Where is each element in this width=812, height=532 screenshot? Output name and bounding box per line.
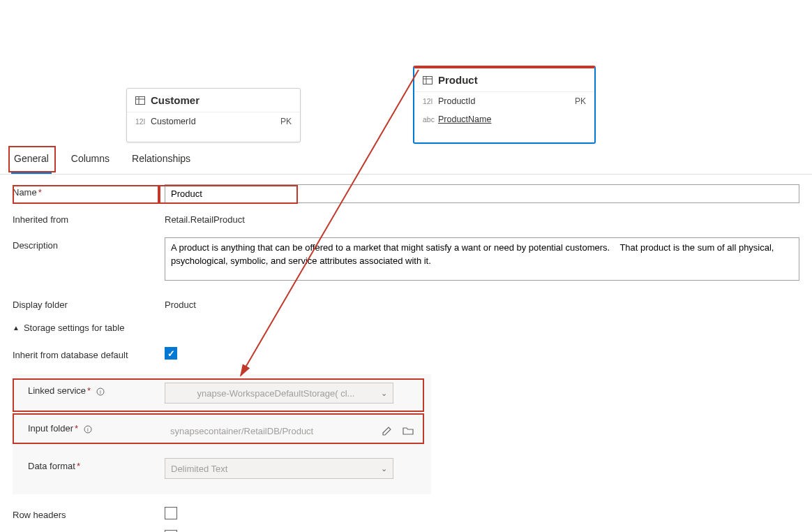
entity-product-header: Product	[414, 68, 594, 92]
diagram-canvas[interactable]: Customer 12l CustomerId PK Product 12l P…	[0, 0, 812, 144]
storage-panel: Linked service* i ynapse-WorkspaceDefaul…	[13, 374, 431, 494]
displayfolder-value: Product	[165, 297, 799, 310]
product-col-productname[interactable]: abc ProductName	[414, 110, 594, 128]
row-inherited: Inherited from Retail.RetailProduct	[13, 207, 799, 229]
row-description: Description	[13, 233, 799, 287]
entity-customer-header: Customer	[127, 89, 300, 112]
input-folder-value: synapsecontainer/RetailDB/Product	[170, 426, 313, 436]
product-col-productid[interactable]: 12l ProductId PK	[414, 92, 594, 110]
name-label: Name*	[13, 184, 159, 198]
inherited-label: Inherited from	[13, 212, 159, 225]
chevron-down-icon: ⌄	[381, 464, 387, 473]
tab-general-label: General	[14, 153, 49, 164]
linked-service-value: ynapse-WorkspaceDefaultStorage( cl...	[171, 388, 381, 399]
coltype-label: abc	[423, 115, 438, 124]
pk-badge: PK	[280, 117, 292, 126]
entity-product[interactable]: Product 12l ProductId PK abc ProductName	[413, 66, 596, 144]
svg-rect-0	[136, 96, 145, 104]
table-icon	[423, 75, 433, 85]
row-inherit-default: Inherit from database default	[13, 343, 799, 364]
tab-relationships-label: Relationships	[132, 153, 190, 164]
tab-columns[interactable]: Columns	[68, 146, 112, 174]
linked-service-label: Linked service* i	[13, 383, 159, 396]
rowheaders-label: Row headers	[13, 507, 159, 520]
coltype-label: 12l	[423, 97, 438, 105]
customer-col-customerid[interactable]: 12l CustomerId PK	[127, 112, 300, 131]
inherited-value: Retail.RetailProduct	[165, 212, 799, 225]
row-data-format: Data format* Delimited Text ⌄	[13, 450, 431, 487]
required-icon: *	[87, 385, 91, 396]
data-format-value: Delimited Text	[171, 464, 227, 474]
folder-icon[interactable]	[400, 423, 416, 438]
svg-text:i: i	[87, 427, 89, 433]
required-icon: *	[77, 461, 80, 471]
input-folder-label-text: Input folder	[28, 423, 73, 434]
entity-customer[interactable]: Customer 12l CustomerId PK	[126, 88, 301, 142]
required-icon: *	[38, 187, 42, 198]
chevron-down-icon: ⌄	[381, 389, 387, 398]
entity-product-title: Product	[438, 74, 478, 86]
general-form: Name* Inherited from Retail.RetailProduc…	[13, 180, 799, 532]
tabs-bar: General Columns Relationships	[0, 146, 812, 175]
inherit-default-checkbox[interactable]	[165, 347, 177, 360]
data-format-label: Data format*	[13, 458, 159, 471]
row-multiline: Enable multiline in data	[13, 526, 799, 532]
info-icon[interactable]: i	[84, 425, 92, 434]
info-icon[interactable]: i	[96, 387, 105, 396]
linked-service-dropdown[interactable]: ynapse-WorkspaceDefaultStorage( cl... ⌄	[165, 383, 393, 404]
data-format-label-text: Data format	[28, 461, 75, 471]
data-format-dropdown[interactable]: Delimited Text ⌄	[165, 458, 393, 479]
storage-settings-toggle[interactable]: ▲ Storage settings for table	[13, 314, 799, 339]
pk-badge: PK	[575, 96, 586, 106]
entity-customer-title: Customer	[151, 94, 200, 106]
tab-general[interactable]: General	[11, 146, 52, 174]
row-name: Name*	[13, 180, 799, 207]
row-rowheaders: Row headers	[13, 503, 799, 526]
row-input-folder: Input folder* i synapsecontainer/RetailD…	[13, 412, 431, 450]
storage-settings-label: Storage settings for table	[24, 323, 125, 333]
colname-label: ProductName	[438, 114, 586, 124]
description-label: Description	[13, 237, 159, 251]
chevron-down-icon: ▲	[13, 324, 20, 332]
row-linked-service: Linked service* i ynapse-WorkspaceDefaul…	[13, 374, 431, 412]
colname-label: ProductId	[438, 96, 575, 106]
coltype-label: 12l	[135, 117, 151, 126]
description-textarea[interactable]	[165, 237, 799, 281]
svg-rect-3	[423, 76, 433, 84]
rowheaders-checkbox[interactable]	[165, 507, 177, 519]
tab-relationships[interactable]: Relationships	[129, 146, 193, 174]
name-label-text: Name	[13, 187, 37, 198]
linked-service-label-text: Linked service	[28, 385, 86, 396]
input-folder-field[interactable]: synapsecontainer/RetailDB/Product	[165, 420, 374, 441]
tab-columns-label: Columns	[71, 153, 110, 164]
inherit-default-label: Inherit from database default	[13, 347, 159, 360]
edit-icon[interactable]	[379, 423, 395, 438]
displayfolder-label: Display folder	[13, 297, 159, 310]
required-icon: *	[75, 423, 78, 434]
row-displayfolder: Display folder Product	[13, 293, 799, 314]
colname-label: CustomerId	[151, 117, 280, 126]
input-folder-label: Input folder* i	[13, 420, 159, 434]
svg-text:i: i	[100, 389, 101, 395]
name-input[interactable]	[165, 184, 799, 203]
table-icon	[135, 96, 145, 105]
